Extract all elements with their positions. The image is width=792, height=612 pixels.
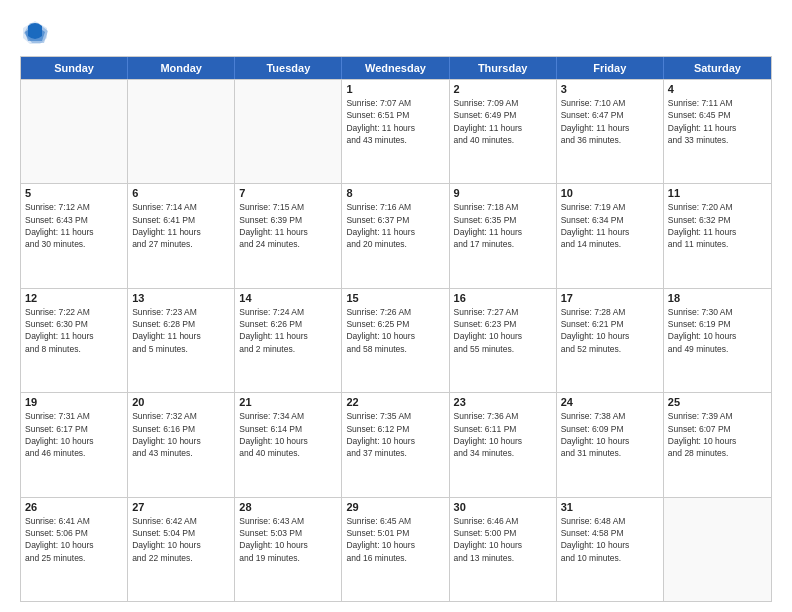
day-cell-15: 15Sunrise: 7:26 AMSunset: 6:25 PMDayligh… (342, 289, 449, 392)
day-number: 3 (561, 83, 659, 95)
cell-text-line: and 10 minutes. (561, 552, 659, 564)
cell-text-line: Sunset: 5:06 PM (25, 527, 123, 539)
day-cell-24: 24Sunrise: 7:38 AMSunset: 6:09 PMDayligh… (557, 393, 664, 496)
day-number: 11 (668, 187, 767, 199)
cell-text-line: and 27 minutes. (132, 238, 230, 250)
cell-text-line: Sunrise: 6:42 AM (132, 515, 230, 527)
cell-text-line: and 33 minutes. (668, 134, 767, 146)
day-cell-18: 18Sunrise: 7:30 AMSunset: 6:19 PMDayligh… (664, 289, 771, 392)
day-number: 1 (346, 83, 444, 95)
cell-text-line: Sunrise: 7:35 AM (346, 410, 444, 422)
cell-text-line: Sunset: 6:49 PM (454, 109, 552, 121)
day-number: 22 (346, 396, 444, 408)
logo-icon (20, 18, 50, 48)
cell-text-line: and 5 minutes. (132, 343, 230, 355)
cell-text-line: and 28 minutes. (668, 447, 767, 459)
day-number: 9 (454, 187, 552, 199)
cell-text-line: Daylight: 10 hours (25, 539, 123, 551)
cell-text-line: Sunset: 5:00 PM (454, 527, 552, 539)
day-cell-3: 3Sunrise: 7:10 AMSunset: 6:47 PMDaylight… (557, 80, 664, 183)
day-cell-20: 20Sunrise: 7:32 AMSunset: 6:16 PMDayligh… (128, 393, 235, 496)
cell-text-line: Sunset: 6:21 PM (561, 318, 659, 330)
cell-text-line: Daylight: 10 hours (132, 435, 230, 447)
weekday-header-monday: Monday (128, 57, 235, 79)
cell-text-line: and 40 minutes. (239, 447, 337, 459)
day-cell-9: 9Sunrise: 7:18 AMSunset: 6:35 PMDaylight… (450, 184, 557, 287)
day-number: 16 (454, 292, 552, 304)
cell-text-line: and 22 minutes. (132, 552, 230, 564)
day-number: 29 (346, 501, 444, 513)
cell-text-line: Sunrise: 7:26 AM (346, 306, 444, 318)
day-number: 5 (25, 187, 123, 199)
day-number: 19 (25, 396, 123, 408)
day-number: 4 (668, 83, 767, 95)
cell-text-line: Sunrise: 6:48 AM (561, 515, 659, 527)
day-cell-22: 22Sunrise: 7:35 AMSunset: 6:12 PMDayligh… (342, 393, 449, 496)
calendar: SundayMondayTuesdayWednesdayThursdayFrid… (20, 56, 772, 602)
cell-text-line: Daylight: 10 hours (668, 435, 767, 447)
cell-text-line: and 52 minutes. (561, 343, 659, 355)
cell-text-line: Sunset: 6:16 PM (132, 423, 230, 435)
cell-text-line: Sunrise: 7:34 AM (239, 410, 337, 422)
cell-text-line: Sunrise: 7:28 AM (561, 306, 659, 318)
cell-text-line: Sunset: 6:45 PM (668, 109, 767, 121)
weekday-header-sunday: Sunday (21, 57, 128, 79)
day-number: 15 (346, 292, 444, 304)
day-number: 21 (239, 396, 337, 408)
day-number: 25 (668, 396, 767, 408)
day-cell-29: 29Sunrise: 6:45 AMSunset: 5:01 PMDayligh… (342, 498, 449, 601)
cell-text-line: Sunrise: 7:18 AM (454, 201, 552, 213)
cell-text-line: Sunrise: 7:38 AM (561, 410, 659, 422)
day-number: 26 (25, 501, 123, 513)
cell-text-line: Sunset: 5:04 PM (132, 527, 230, 539)
weekday-header-wednesday: Wednesday (342, 57, 449, 79)
day-number: 6 (132, 187, 230, 199)
cell-text-line: Daylight: 11 hours (346, 226, 444, 238)
cell-text-line: and 19 minutes. (239, 552, 337, 564)
cell-text-line: Daylight: 10 hours (454, 435, 552, 447)
day-cell-6: 6Sunrise: 7:14 AMSunset: 6:41 PMDaylight… (128, 184, 235, 287)
cell-text-line: Sunrise: 7:11 AM (668, 97, 767, 109)
cell-text-line: Daylight: 11 hours (454, 122, 552, 134)
cell-text-line: Sunset: 6:39 PM (239, 214, 337, 226)
cell-text-line: Sunrise: 7:36 AM (454, 410, 552, 422)
calendar-header-row: SundayMondayTuesdayWednesdayThursdayFrid… (21, 57, 771, 79)
cell-text-line: Daylight: 11 hours (561, 122, 659, 134)
cell-text-line: Daylight: 10 hours (239, 539, 337, 551)
page: SundayMondayTuesdayWednesdayThursdayFrid… (0, 0, 792, 612)
day-cell-11: 11Sunrise: 7:20 AMSunset: 6:32 PMDayligh… (664, 184, 771, 287)
weekday-header-friday: Friday (557, 57, 664, 79)
cell-text-line: and 11 minutes. (668, 238, 767, 250)
cell-text-line: Daylight: 11 hours (239, 330, 337, 342)
cell-text-line: Daylight: 10 hours (454, 539, 552, 551)
cell-text-line: Daylight: 10 hours (346, 330, 444, 342)
cell-text-line: Sunrise: 7:07 AM (346, 97, 444, 109)
day-cell-7: 7Sunrise: 7:15 AMSunset: 6:39 PMDaylight… (235, 184, 342, 287)
header (20, 18, 772, 48)
day-cell-28: 28Sunrise: 6:43 AMSunset: 5:03 PMDayligh… (235, 498, 342, 601)
cell-text-line: and 31 minutes. (561, 447, 659, 459)
cell-text-line: and 30 minutes. (25, 238, 123, 250)
calendar-body: 1Sunrise: 7:07 AMSunset: 6:51 PMDaylight… (21, 79, 771, 601)
cell-text-line: and 20 minutes. (346, 238, 444, 250)
cell-text-line: Sunrise: 7:12 AM (25, 201, 123, 213)
cell-text-line: Sunrise: 7:23 AM (132, 306, 230, 318)
cell-text-line: Sunset: 6:30 PM (25, 318, 123, 330)
calendar-row-4: 26Sunrise: 6:41 AMSunset: 5:06 PMDayligh… (21, 497, 771, 601)
day-cell-16: 16Sunrise: 7:27 AMSunset: 6:23 PMDayligh… (450, 289, 557, 392)
cell-text-line: Daylight: 10 hours (25, 435, 123, 447)
calendar-row-0: 1Sunrise: 7:07 AMSunset: 6:51 PMDaylight… (21, 79, 771, 183)
cell-text-line: Sunset: 5:03 PM (239, 527, 337, 539)
cell-text-line: Sunset: 6:37 PM (346, 214, 444, 226)
cell-text-line: Sunrise: 7:30 AM (668, 306, 767, 318)
day-cell-30: 30Sunrise: 6:46 AMSunset: 5:00 PMDayligh… (450, 498, 557, 601)
cell-text-line: and 58 minutes. (346, 343, 444, 355)
cell-text-line: Sunset: 6:07 PM (668, 423, 767, 435)
weekday-header-tuesday: Tuesday (235, 57, 342, 79)
day-cell-19: 19Sunrise: 7:31 AMSunset: 6:17 PMDayligh… (21, 393, 128, 496)
cell-text-line: Sunset: 4:58 PM (561, 527, 659, 539)
cell-text-line: Sunset: 6:35 PM (454, 214, 552, 226)
day-cell-2: 2Sunrise: 7:09 AMSunset: 6:49 PMDaylight… (450, 80, 557, 183)
day-number: 8 (346, 187, 444, 199)
cell-text-line: Daylight: 10 hours (239, 435, 337, 447)
